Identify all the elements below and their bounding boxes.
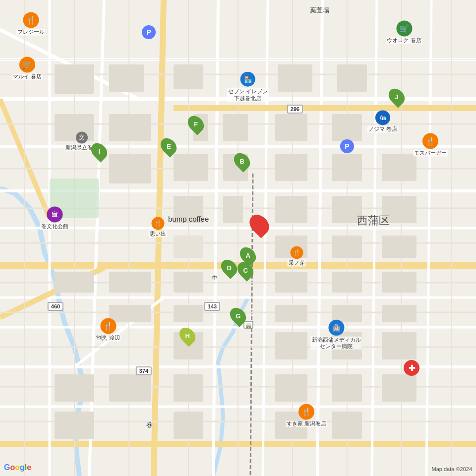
svg-line-19 (372, 0, 377, 476)
poi-icon-prejiru: 🍴 (23, 12, 39, 28)
svg-rect-78 (174, 305, 203, 322)
poi-label-prejiru: プレジール (16, 29, 46, 35)
poi-icon-seven: 🏪 (240, 72, 255, 87)
svg-rect-49 (278, 64, 312, 92)
svg-rect-60 (275, 154, 307, 181)
poi-label-uoroku: ウオロク 巻店 (386, 37, 422, 44)
svg-rect-96 (55, 412, 94, 439)
poi-red-cross[interactable]: ✚ (404, 360, 419, 376)
poi-bunka[interactable]: 🏛 巻文化会館 (40, 206, 69, 230)
svg-rect-81 (382, 305, 416, 322)
poi-icon-sainome: 🍴 (290, 246, 303, 259)
road-badge-143: 143 (204, 302, 220, 311)
svg-rect-95 (332, 412, 362, 439)
svg-rect-53 (275, 114, 307, 141)
marker-B[interactable]: B (235, 152, 249, 170)
svg-rect-90 (382, 374, 416, 402)
svg-rect-47 (109, 64, 144, 92)
road-badge-296: 296 (287, 105, 303, 114)
poi-uoroku[interactable]: 🛒 ウオロク 巻店 (386, 20, 422, 44)
poi-medical[interactable]: 🏥 新潟西蒲メディカルセンター病院 (311, 320, 362, 350)
google-logo: Google (4, 463, 31, 472)
marker-main[interactable] (251, 214, 268, 236)
marker-F[interactable]: F (189, 115, 203, 133)
poi-label-medical: 新潟西蒲メディカルセンター病院 (311, 337, 362, 350)
poi-icon-watanabe: 🍴 (100, 318, 116, 334)
svg-rect-87 (174, 374, 203, 402)
poi-mosburger[interactable]: 🍴 モスバーガー (413, 133, 448, 156)
poi-nojima[interactable]: 🛍 ノジマ 巻店 (367, 110, 398, 132)
poi-icon-school: 文 (76, 131, 88, 143)
svg-line-20 (426, 0, 431, 476)
map-data-label: Map data ©2024 (432, 466, 473, 472)
poi-icon-mosburger: 🍴 (422, 133, 438, 149)
road-badge-374: 374 (136, 366, 152, 375)
svg-rect-54 (332, 114, 362, 141)
poi-sukiya[interactable]: 🍴 すき家 新潟巻店 (286, 404, 327, 427)
poi-icon-red-cross: ✚ (404, 360, 419, 376)
marker-G[interactable]: G (231, 307, 245, 325)
poi-label-omoide: 思い出 (149, 231, 167, 237)
marker-J[interactable]: J (390, 88, 404, 106)
marker-E[interactable]: E (162, 137, 176, 155)
svg-rect-76 (109, 272, 151, 293)
poi-parking1[interactable]: P (142, 25, 156, 39)
svg-rect-79 (275, 305, 307, 322)
poi-marui[interactable]: 🛒 マルイ 巻店 (12, 57, 43, 80)
svg-rect-77 (55, 272, 94, 293)
poi-icon-sukiya: 🍴 (298, 404, 314, 419)
road-badge-460: 460 (48, 302, 63, 311)
poi-label-mosburger: モスバーガー (413, 150, 448, 156)
svg-rect-62 (382, 154, 416, 181)
svg-rect-46 (55, 64, 94, 94)
poi-label-watanabe: 割烹 渡辺 (95, 335, 120, 341)
svg-rect-58 (174, 154, 208, 181)
poi-sainome[interactable]: 🍴 采ノ芽 (288, 246, 306, 266)
poi-icon-nojima: 🛍 (375, 110, 390, 125)
svg-rect-84 (275, 332, 307, 359)
svg-rect-55 (109, 114, 151, 141)
svg-line-14 (154, 0, 164, 476)
poi-parking2[interactable]: P (340, 139, 354, 153)
poi-watanabe[interactable]: 🍴 割烹 渡辺 (95, 318, 120, 341)
svg-rect-61 (332, 154, 362, 181)
svg-rect-50 (337, 64, 367, 92)
svg-rect-91 (109, 374, 151, 402)
poi-icon-marui: 🛒 (19, 57, 35, 72)
svg-rect-88 (275, 374, 307, 402)
poi-icon-bunka: 🏛 (47, 206, 62, 222)
poi-icon-uoroku: 🛒 (396, 20, 412, 36)
map-container: 🚃 296 143 460 374 西蒲区 葉萱場 巻 中 🍴 プレジール 🛒 … (0, 0, 476, 476)
marker-H[interactable]: H (180, 327, 194, 345)
poi-label-sukiya: すき家 新潟巻店 (286, 420, 327, 427)
svg-rect-64 (223, 196, 243, 223)
poi-prejiru[interactable]: 🍴 プレジール (16, 12, 46, 35)
svg-rect-71 (382, 236, 416, 258)
svg-rect-66 (332, 196, 362, 223)
svg-rect-72 (174, 272, 203, 293)
svg-rect-93 (174, 412, 203, 439)
svg-rect-75 (382, 272, 416, 293)
svg-line-15 (213, 0, 218, 476)
marker-D[interactable]: D (222, 259, 236, 277)
svg-rect-57 (109, 154, 151, 183)
svg-rect-74 (332, 272, 362, 293)
svg-text:🚃: 🚃 (245, 322, 252, 328)
poi-icon-omoide: 🍴 (151, 217, 164, 230)
svg-rect-68 (174, 236, 203, 258)
poi-label-bunka: 巻文化会館 (40, 223, 69, 230)
poi-seven[interactable]: 🏪 セブン-イレブン下越巻北店 (227, 72, 269, 102)
marker-C[interactable]: C (238, 261, 252, 279)
svg-rect-70 (332, 236, 362, 258)
svg-rect-89 (332, 374, 362, 402)
bump-coffee-label: bump coffee (168, 215, 209, 223)
poi-omoide[interactable]: 🍴 思い出 (149, 217, 167, 237)
svg-rect-92 (55, 374, 94, 402)
poi-label-marui: マルイ 巻店 (12, 73, 43, 80)
svg-rect-52 (223, 114, 248, 141)
poi-icon-medical: 🏥 (328, 320, 344, 336)
marker-I[interactable]: I (92, 142, 106, 160)
poi-label-seven: セブン-イレブン下越巻北店 (227, 88, 269, 102)
svg-rect-73 (275, 272, 307, 293)
poi-icon-parking1: P (142, 25, 156, 39)
